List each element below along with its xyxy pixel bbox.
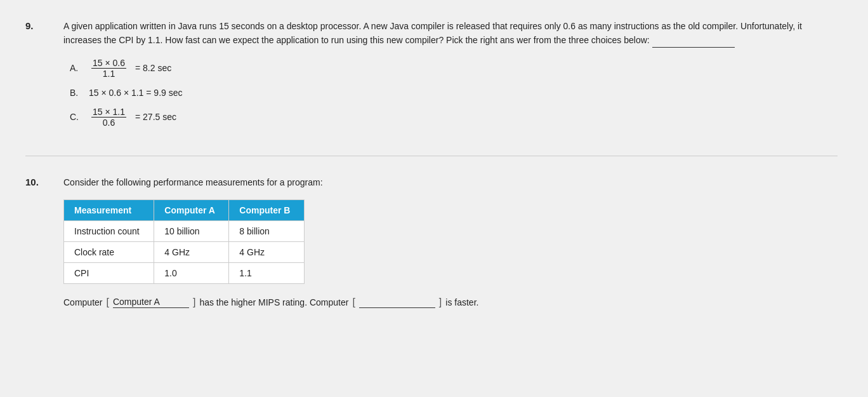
cell-cpi-label: CPI — [64, 263, 154, 284]
table-row: CPI 1.0 1.1 — [64, 263, 305, 284]
question-9-number: 9. — [25, 19, 63, 137]
choice-a-fraction: 15 × 0.6 1.1 — [91, 58, 126, 79]
bracket-close-1: ] — [193, 297, 195, 308]
answer-choices: A. 15 × 0.6 1.1 = 8.2 sec B. 15 × 0.6 × … — [70, 58, 838, 128]
fill-in-input-2[interactable] — [359, 297, 435, 308]
bracket-open-2: [ — [352, 297, 355, 308]
q10-intro-text: Consider the following performance measu… — [63, 175, 838, 189]
choice-a-label: A. — [70, 63, 82, 73]
choice-c-fraction: 15 × 1.1 0.6 — [91, 107, 126, 128]
fill-in-input-1[interactable]: Computer A — [113, 297, 189, 308]
bracket-close-2: ] — [439, 297, 442, 308]
question-9-text: A given application written in Java runs… — [63, 19, 838, 48]
cell-cpi-b: 1.1 — [229, 263, 305, 284]
choice-a-numerator: 15 × 0.6 — [91, 58, 126, 69]
choice-c-numerator: 15 × 1.1 — [91, 107, 126, 118]
q9-inline-input[interactable] — [652, 36, 735, 48]
choice-a: A. 15 × 0.6 1.1 = 8.2 sec — [70, 58, 838, 79]
fill-in-row: Computer [ Computer A ] has the higher M… — [63, 297, 838, 308]
cell-instruction-a: 10 billion — [154, 221, 229, 242]
cell-instruction-label: Instruction count — [64, 221, 154, 242]
col-header-measurement: Measurement — [64, 200, 154, 221]
cell-clockrate-label: Clock rate — [64, 242, 154, 263]
fill-suffix: is faster. — [445, 297, 478, 307]
col-header-computer-b: Computer B — [229, 200, 305, 221]
choice-a-result: = 8.2 sec — [135, 63, 171, 73]
cell-instruction-b: 8 billion — [229, 221, 305, 242]
table-header-row: Measurement Computer A Computer B — [64, 200, 305, 221]
choice-c-label: C. — [70, 112, 82, 122]
bracket-open-1: [ — [106, 297, 109, 308]
cell-clockrate-b: 4 GHz — [229, 242, 305, 263]
fill-mid-text: has the higher MIPS rating. Computer — [199, 297, 348, 307]
choice-a-denominator: 1.1 — [102, 69, 116, 79]
col-header-computer-a: Computer A — [154, 200, 229, 221]
choice-c-result: = 27.5 sec — [135, 112, 176, 122]
divider — [25, 156, 838, 156]
choice-c: C. 15 × 1.1 0.6 = 27.5 sec — [70, 107, 838, 128]
choice-b: B. 15 × 0.6 × 1.1 = 9.9 sec — [70, 88, 838, 98]
cell-cpi-a: 1.0 — [154, 263, 229, 284]
choice-c-denominator: 0.6 — [102, 118, 116, 128]
question-9-content: A given application written in Java runs… — [63, 19, 838, 137]
question-9-block: 9. A given application written in Java r… — [25, 13, 838, 137]
page-container: 9. A given application written in Java r… — [25, 13, 838, 308]
table-row: Instruction count 10 billion 8 billion — [64, 221, 305, 242]
choice-b-label: B. — [70, 88, 82, 98]
performance-table: Measurement Computer A Computer B Instru… — [63, 199, 305, 284]
table-row: Clock rate 4 GHz 4 GHz — [64, 242, 305, 263]
question-10-block: 10. Consider the following performance m… — [25, 169, 838, 308]
question-10-number: 10. — [25, 175, 63, 308]
choice-b-formula: 15 × 0.6 × 1.1 = 9.9 sec — [89, 88, 183, 98]
cell-clockrate-a: 4 GHz — [154, 242, 229, 263]
fill-prefix: Computer — [63, 297, 102, 307]
question-10-content: Consider the following performance measu… — [63, 175, 838, 308]
